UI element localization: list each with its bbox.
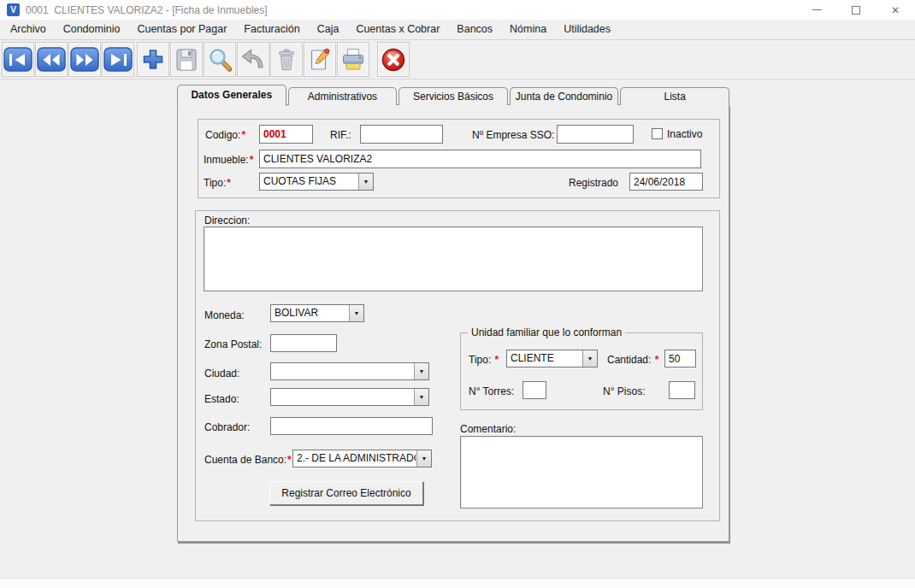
chevron-down-icon[interactable]: ▼ bbox=[416, 450, 431, 467]
required-marker: * bbox=[495, 354, 499, 366]
empresa-sso-input[interactable] bbox=[557, 125, 634, 144]
inactivo-label: Inactivo bbox=[667, 128, 702, 140]
toolbar-search-button[interactable] bbox=[204, 42, 236, 77]
tab-datos-generales[interactable]: Datos Generales bbox=[177, 85, 286, 106]
estado-combobox[interactable]: ▼ bbox=[270, 388, 429, 406]
direccion-textarea[interactable] bbox=[204, 226, 703, 291]
ciudad-combobox[interactable]: ▼ bbox=[270, 362, 429, 380]
toolbar-delete-button[interactable] bbox=[270, 42, 303, 77]
unidad-tipo-combobox-value: CLIENTE bbox=[511, 350, 581, 367]
toolbar-last-record-button[interactable] bbox=[102, 42, 134, 77]
menu-utilidades[interactable]: Utilidades bbox=[555, 20, 619, 39]
toolbar-exit-button[interactable] bbox=[377, 42, 410, 77]
rif-label: RIF.: bbox=[330, 129, 351, 141]
ciudad-combobox-value bbox=[274, 363, 413, 379]
rif-input[interactable] bbox=[360, 125, 443, 144]
menu-cuentas-por-pagar[interactable]: Cuentas por Pagar bbox=[128, 20, 235, 39]
cuenta-banco-combobox[interactable]: 2.- DE LA ADMINISTRADORA ▼ bbox=[292, 450, 432, 467]
add-icon bbox=[139, 46, 167, 74]
toolbar-edit-button[interactable] bbox=[304, 42, 336, 77]
maximize-icon bbox=[852, 6, 860, 15]
toolbar-add-record-button[interactable] bbox=[137, 42, 169, 77]
ciudad-label: Ciudad: bbox=[204, 368, 239, 379]
toolbar-undo-button[interactable] bbox=[237, 42, 269, 77]
required-marker: * bbox=[287, 454, 292, 466]
toolbar-previous-record-button[interactable] bbox=[35, 42, 68, 77]
menu-archivo[interactable]: Archivo bbox=[2, 20, 55, 39]
tab-administrativos[interactable]: Administrativos bbox=[288, 87, 398, 105]
toolbar-save-button[interactable] bbox=[170, 42, 203, 77]
inmueble-label: Inmueble:* bbox=[204, 154, 253, 166]
torres-input[interactable] bbox=[522, 381, 546, 399]
tipo-label: Tipo:* bbox=[204, 177, 231, 189]
unidad-familiar-title: Unidad familiar que lo conforman bbox=[468, 326, 625, 338]
moneda-combobox[interactable]: BOLIVAR ▼ bbox=[270, 304, 364, 322]
codigo-input[interactable] bbox=[259, 125, 313, 144]
comentario-label: Comentario: bbox=[460, 423, 516, 435]
pisos-input[interactable] bbox=[669, 381, 695, 399]
title-bar: V 0001 CLIENTES VALORIZA2 - [Ficha de In… bbox=[0, 0, 915, 20]
comentario-textarea[interactable] bbox=[460, 436, 703, 509]
window-title: 0001 CLIENTES VALORIZA2 - [Ficha de Inmu… bbox=[26, 4, 268, 16]
app-window: V 0001 CLIENTES VALORIZA2 - [Ficha de In… bbox=[0, 0, 915, 588]
cantidad-label: Cantidad: * bbox=[607, 354, 658, 366]
moneda-combobox-value: BOLIVAR bbox=[274, 305, 348, 321]
chevron-down-icon[interactable]: ▼ bbox=[349, 305, 363, 321]
maximize-button[interactable] bbox=[836, 0, 876, 20]
edit-icon bbox=[306, 46, 334, 74]
cuenta-banco-label: Cuenta de Banco:* bbox=[204, 454, 292, 466]
registrado-label: Registrado bbox=[569, 177, 618, 189]
tab-lista[interactable]: Lista bbox=[620, 87, 729, 105]
required-marker: * bbox=[250, 154, 254, 166]
toolbar-first-record-button[interactable] bbox=[2, 42, 34, 77]
toolbar-print-button[interactable] bbox=[337, 42, 369, 77]
required-marker: * bbox=[241, 129, 245, 141]
required-marker: * bbox=[227, 177, 231, 189]
menu-facturacion[interactable]: Facturación bbox=[235, 20, 308, 39]
cobrador-input[interactable] bbox=[270, 417, 433, 435]
moneda-label: Moneda: bbox=[204, 309, 245, 321]
chevron-down-icon[interactable]: ▼ bbox=[414, 363, 428, 379]
close-button[interactable]: ✕ bbox=[876, 0, 915, 20]
exit-icon bbox=[380, 46, 407, 74]
tab-junta-de-condominio[interactable]: Junta de Condominio bbox=[510, 87, 619, 105]
menu-bancos[interactable]: Bancos bbox=[448, 20, 501, 39]
menu-caja[interactable]: Caja bbox=[309, 20, 348, 39]
groupbox-unidad-familiar: Unidad familiar que lo conforman bbox=[460, 332, 703, 410]
cantidad-input[interactable] bbox=[664, 350, 696, 368]
registrado-input[interactable] bbox=[629, 173, 703, 191]
inmueble-input[interactable] bbox=[259, 150, 701, 168]
chevron-down-icon[interactable]: ▼ bbox=[414, 389, 428, 405]
tab-servicios-basicos[interactable]: Servicios Básicos bbox=[398, 87, 508, 105]
toolbar-next-record-button[interactable] bbox=[68, 42, 101, 77]
zona-postal-label: Zona Postal: bbox=[204, 338, 262, 350]
cuenta-banco-combobox-value: 2.- DE LA ADMINISTRADORA bbox=[297, 450, 416, 467]
minimize-button[interactable] bbox=[797, 0, 836, 20]
first-record-icon bbox=[3, 47, 32, 73]
tab-bar: Datos Generales Administrativos Servicio… bbox=[177, 85, 729, 105]
registrar-correo-button[interactable]: Registrar Correo Electrónico bbox=[269, 481, 423, 505]
empresa-sso-label: Nº Empresa SSO: bbox=[472, 129, 554, 141]
chevron-down-icon[interactable]: ▼ bbox=[582, 350, 597, 367]
last-record-icon bbox=[103, 47, 133, 73]
menu-cuentas-x-cobrar[interactable]: Cuentas x Cobrar bbox=[347, 20, 448, 39]
window-bottom-edge bbox=[0, 579, 915, 588]
minimize-icon bbox=[812, 9, 822, 10]
pisos-label: N° Pisos: bbox=[603, 385, 645, 397]
torres-label: N° Torres: bbox=[469, 385, 514, 397]
required-marker: * bbox=[655, 354, 659, 366]
unidad-tipo-combobox[interactable]: CLIENTE ▼ bbox=[506, 350, 598, 368]
chevron-down-icon[interactable]: ▼ bbox=[358, 173, 373, 190]
undo-icon bbox=[239, 46, 267, 74]
trash-icon bbox=[273, 46, 300, 74]
menu-condominio[interactable]: Condominio bbox=[55, 20, 129, 39]
cobrador-label: Cobrador: bbox=[204, 421, 250, 433]
menu-nomina[interactable]: Nómina bbox=[501, 20, 555, 39]
previous-record-icon bbox=[37, 47, 66, 73]
close-icon: ✕ bbox=[891, 4, 900, 16]
toolbar bbox=[0, 41, 915, 79]
tipo-combobox[interactable]: CUOTAS FIJAS ▼ bbox=[259, 173, 374, 191]
codigo-label: Codigo:* bbox=[205, 129, 245, 141]
zona-postal-input[interactable] bbox=[270, 334, 337, 352]
inactivo-checkbox[interactable] bbox=[652, 128, 663, 139]
